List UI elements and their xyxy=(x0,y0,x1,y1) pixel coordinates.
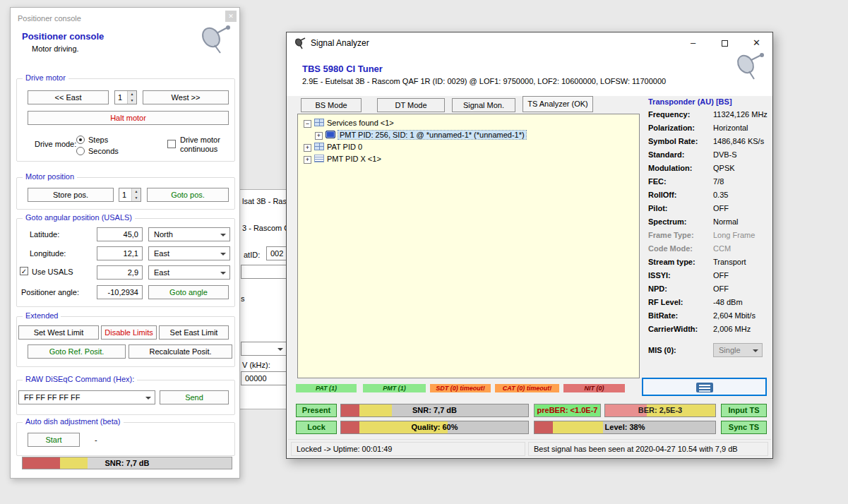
signal-analyzer-window: Signal Analyzer – ✕ TBS 5980 CI Tuner 2.… xyxy=(286,32,773,459)
pmt-status-chip: PMT (1) xyxy=(363,384,426,392)
goto-ref-position-button[interactable]: Goto Ref. Posit. xyxy=(28,344,126,359)
tab-ts-analyzer[interactable]: TS Analyzer (OK) xyxy=(522,96,593,112)
tv-icon xyxy=(326,131,335,138)
tuner-info: 2.9E - Eutelsat 3B - Rascom QAF 1R (ID: … xyxy=(302,77,666,85)
longitude-input[interactable]: 12,1 xyxy=(97,246,143,260)
chevron-down-icon xyxy=(220,253,226,256)
row-symbol-rate: Symbol Rate:1486,846 KS/s xyxy=(648,135,768,148)
recalculate-position-button[interactable]: Recalculate Posit. xyxy=(129,344,232,359)
sdt-status-chip: SDT (0) timeout! xyxy=(430,384,491,392)
set-east-limit-button[interactable]: Set East Limit xyxy=(159,325,229,340)
close-button[interactable]: ✕ xyxy=(225,11,237,22)
set-west-limit-button[interactable]: Set West Limit xyxy=(18,325,99,340)
positioner-angle-input[interactable]: -10,2934 xyxy=(97,285,143,299)
drive-step-value: 1 xyxy=(118,93,122,102)
usals-direction-select[interactable]: East xyxy=(148,265,230,280)
present-indicator-button[interactable]: Present xyxy=(296,404,337,417)
input-ts-button[interactable]: Input TS xyxy=(721,404,767,417)
check-icon: ✓ xyxy=(21,268,27,275)
latitude-direction-select[interactable]: North xyxy=(148,227,230,241)
tree-row-pmt-x[interactable]: +PMT PID X <1> xyxy=(299,153,638,165)
ber-meter: BER: 2,5E-3 xyxy=(604,404,716,417)
chevron-down-icon xyxy=(753,349,758,352)
steps-radio[interactable] xyxy=(76,136,85,144)
latitude-input[interactable]: 45,0 xyxy=(97,227,143,241)
pat-status-chip: PAT (1) xyxy=(296,384,357,392)
diseqc-command-value: FF FF FF FF FF xyxy=(24,393,80,402)
list-icon xyxy=(696,383,713,392)
list-icon xyxy=(314,155,324,162)
bg-dropdown[interactable] xyxy=(241,342,287,356)
group-label: Extended xyxy=(23,311,61,320)
start-button[interactable]: Start xyxy=(28,433,80,447)
bg-satellite-text-2: 3 - Rascom Q xyxy=(242,224,290,232)
group-label: Auto dish adjustment (beta) xyxy=(23,417,124,426)
goto-position-button[interactable]: Goto pos. xyxy=(147,188,229,202)
row-polarization: Polarization:Horizontal xyxy=(648,121,768,135)
field-label: Stream type: xyxy=(648,258,695,266)
group-label: RAW DiSEqC Command (Hex): xyxy=(23,375,137,383)
app-icon xyxy=(294,37,306,51)
group-label: Motor position xyxy=(23,172,77,181)
spinner-up-icon[interactable]: ▲ xyxy=(131,188,141,195)
seconds-radio[interactable] xyxy=(76,147,85,155)
use-usals-checkbox[interactable]: ✓ xyxy=(20,267,28,275)
chevron-down-icon xyxy=(145,397,151,400)
close-button[interactable]: ✕ xyxy=(741,32,772,54)
row-modulation: Modulation:QPSK xyxy=(648,162,768,175)
position-value: 1 xyxy=(122,191,126,199)
field-value: Transport xyxy=(713,256,746,269)
longitude-direction-select[interactable]: East xyxy=(148,246,230,260)
sync-ts-button[interactable]: Sync TS xyxy=(721,421,767,434)
status-best-signal: Best signal has been seen at 2020-04-27 … xyxy=(528,442,768,456)
drive-motor-group: Drive motor << East 1 ▲▼ West >> Halt mo… xyxy=(16,78,235,162)
diseqc-command-combo[interactable]: FF FF FF FF FF xyxy=(18,390,155,404)
spinner-up-icon[interactable]: ▲ xyxy=(127,91,136,97)
expand-icon[interactable]: + xyxy=(304,144,311,152)
drive-continuous-label: Drive motor continuous xyxy=(180,136,231,154)
expand-icon[interactable]: + xyxy=(304,156,311,164)
tab-dt-mode[interactable]: DT Mode xyxy=(377,98,445,112)
bg-khz-field[interactable]: 00000 xyxy=(241,371,287,385)
lock-indicator-button[interactable]: Lock xyxy=(296,421,337,434)
field-label: RollOff: xyxy=(648,191,676,199)
minimize-button[interactable]: – xyxy=(677,32,709,54)
group-label: Goto angular position (USALS) xyxy=(23,213,135,222)
tree-row-pmt-service[interactable]: +PMT PID: 256, SID: 1 @ *unnamed-1* (*un… xyxy=(299,129,638,141)
field-label: Modulation: xyxy=(648,164,692,172)
maximize-button[interactable] xyxy=(709,32,741,54)
send-button[interactable]: Send xyxy=(160,390,229,404)
spinner-down-icon[interactable]: ▼ xyxy=(127,97,136,104)
group-label: Drive motor xyxy=(23,73,68,82)
collapse-icon[interactable]: − xyxy=(304,120,311,128)
row-carrier-width: CarrierWidth:2,006 MHz xyxy=(648,323,768,336)
store-position-button[interactable]: Store pos. xyxy=(28,188,114,202)
halt-motor-button[interactable]: Halt motor xyxy=(28,111,229,125)
tree-row-services[interactable]: −Services found <1> xyxy=(299,117,638,129)
expand-icon[interactable]: + xyxy=(315,132,323,140)
tab-signal-mon[interactable]: Signal Mon. xyxy=(452,98,515,112)
west-button[interactable]: West >> xyxy=(143,90,229,104)
usals-angle-input[interactable]: 2,9 xyxy=(97,265,143,280)
tab-bs-mode[interactable]: BS Mode xyxy=(301,98,362,112)
mis-select[interactable]: Single xyxy=(713,343,763,357)
spinner-down-icon[interactable]: ▼ xyxy=(131,195,141,201)
drive-step-spinner[interactable]: 1 ▲▼ xyxy=(114,90,137,104)
bg-khz-label: V (kHz): xyxy=(242,361,270,369)
row-npd: NPD:OFF xyxy=(648,282,768,296)
bg-satid-value: 002 xyxy=(270,249,283,258)
drive-continuous-checkbox[interactable] xyxy=(167,140,176,148)
field-value: -48 dBm xyxy=(713,296,743,309)
tree-row-pat[interactable]: +PAT PID 0 xyxy=(299,141,638,153)
disable-limits-button[interactable]: Disable Limits xyxy=(101,325,157,340)
row-stream-type: Stream type:Transport xyxy=(648,256,768,269)
position-spinner[interactable]: 1 ▲▼ xyxy=(119,188,141,202)
goto-angle-button[interactable]: Goto angle xyxy=(148,285,229,299)
field-label: FEC: xyxy=(648,177,667,186)
east-button[interactable]: << East xyxy=(28,90,109,104)
row-spectrum: Spectrum:Normal xyxy=(648,215,768,229)
ts-details-button[interactable] xyxy=(642,378,767,396)
longitude-label: Longitude: xyxy=(30,249,66,258)
usals-group: Goto angular position (USALS) Latitude: … xyxy=(16,218,235,307)
field-value: 7/8 xyxy=(713,175,724,188)
